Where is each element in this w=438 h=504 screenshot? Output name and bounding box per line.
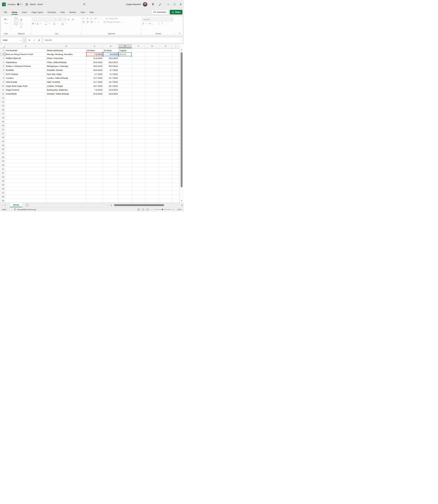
cell-A21[interactable]	[5, 127, 46, 131]
cell-B17[interactable]	[46, 112, 86, 116]
cell-A11[interactable]: Sziget Festival	[5, 88, 46, 92]
row-header-35[interactable]: 35	[0, 183, 5, 187]
cell-G14[interactable]	[145, 100, 159, 104]
cell-F15[interactable]	[132, 104, 145, 108]
cell-F6[interactable]	[132, 68, 145, 72]
cell-C28[interactable]	[86, 155, 103, 159]
cell-I23[interactable]	[172, 136, 179, 139]
zoom-out-button[interactable]: −	[151, 208, 152, 210]
cell-B23[interactable]	[46, 136, 86, 139]
cell-H33[interactable]	[159, 175, 172, 179]
increase-indent-button[interactable]: ⇥	[98, 21, 99, 23]
cell-E32[interactable]	[119, 171, 132, 175]
cell-G29[interactable]	[145, 159, 159, 163]
cell-D39[interactable]	[103, 199, 119, 203]
cell-E38[interactable]	[119, 195, 132, 199]
row-header-31[interactable]: 31	[0, 167, 5, 171]
cell-G10[interactable]	[145, 84, 159, 88]
search-icon[interactable]	[83, 3, 86, 6]
row-header-23[interactable]: 23	[0, 136, 5, 139]
column-header-F[interactable]: F	[132, 44, 145, 48]
cell-E29[interactable]	[119, 159, 132, 163]
cell-G21[interactable]	[145, 127, 159, 131]
cell-B31[interactable]	[46, 167, 86, 171]
user-name[interactable]: Dragan Masulovic	[126, 3, 141, 5]
insert-function-button[interactable]: fx	[38, 39, 40, 42]
cell-H14[interactable]	[159, 100, 172, 104]
cell-G8[interactable]	[145, 76, 159, 80]
cell-H10[interactable]	[159, 84, 172, 88]
cell-A15[interactable]	[5, 104, 46, 108]
cell-I3[interactable]	[172, 56, 179, 60]
cell-F24[interactable]	[132, 139, 145, 143]
cell-B12[interactable]: Dersberi, Velika Britanija	[46, 92, 86, 96]
cell-G31[interactable]	[145, 167, 159, 171]
cell-A10[interactable]: Super Bock Super Rock	[5, 84, 46, 88]
cell-E12[interactable]	[119, 92, 132, 96]
cell-C19[interactable]	[86, 120, 103, 124]
font-size-select[interactable]: 11	[58, 18, 66, 21]
cell-A32[interactable]	[5, 171, 46, 175]
cell-F30[interactable]	[132, 163, 145, 167]
column-header-A[interactable]: A	[5, 44, 46, 48]
align-left-button[interactable]	[83, 21, 85, 23]
cell-D34[interactable]	[103, 179, 119, 183]
cell-C7[interactable]: 4.7.2019	[86, 72, 103, 76]
cell-F28[interactable]	[132, 155, 145, 159]
scroll-down-icon[interactable]: ▼	[179, 200, 184, 202]
cell-I28[interactable]	[172, 155, 179, 159]
cell-B10[interactable]: Lisabon, Portugal	[46, 84, 86, 88]
cell-A16[interactable]	[5, 108, 46, 112]
cell-I25[interactable]	[172, 143, 179, 147]
cell-H22[interactable]	[159, 131, 172, 135]
cell-A7[interactable]: EXIT Festival	[5, 72, 46, 76]
save-icon[interactable]	[25, 3, 28, 6]
row-header-20[interactable]: 20	[0, 124, 5, 127]
cell-C21[interactable]	[86, 127, 103, 131]
row-header-28[interactable]: 28	[0, 155, 5, 159]
cell-A27[interactable]	[5, 151, 46, 155]
cell-G37[interactable]	[145, 191, 159, 195]
cell-H32[interactable]	[159, 171, 172, 175]
row-header-14[interactable]: 14	[0, 100, 5, 104]
cell-H27[interactable]	[159, 151, 172, 155]
cell-G34[interactable]	[145, 179, 159, 183]
cell-D36[interactable]	[103, 187, 119, 191]
cell-C14[interactable]	[86, 100, 103, 104]
cell-B16[interactable]	[46, 108, 86, 112]
cell-G28[interactable]	[145, 155, 159, 159]
cell-B30[interactable]	[46, 163, 86, 167]
scroll-left-icon[interactable]: ◀	[111, 205, 112, 206]
cell-E20[interactable]	[119, 124, 132, 127]
cell-C34[interactable]	[86, 179, 103, 183]
confirm-entry-button[interactable]: ✓	[33, 39, 35, 42]
cell-D20[interactable]	[103, 124, 119, 127]
cut-button[interactable]	[20, 18, 23, 21]
cell-F29[interactable]	[132, 159, 145, 163]
cell-G13[interactable]	[145, 96, 159, 100]
cell-G15[interactable]	[145, 104, 159, 108]
cell-D10[interactable]: 20.7.2019	[103, 84, 119, 88]
cell-I20[interactable]	[172, 124, 179, 127]
cell-C20[interactable]	[86, 124, 103, 127]
cell-B39[interactable]	[46, 199, 86, 203]
zoom-in-button[interactable]: +	[173, 208, 174, 210]
row-header-32[interactable]: 32	[0, 171, 5, 175]
cell-A19[interactable]	[5, 120, 46, 124]
cell-D24[interactable]	[103, 139, 119, 143]
cell-D11[interactable]: 13.8.2019	[103, 88, 119, 92]
cell-F12[interactable]	[132, 92, 145, 96]
cell-E16[interactable]	[119, 108, 132, 112]
cell-H4[interactable]	[159, 60, 172, 64]
cell-G2[interactable]	[145, 52, 159, 56]
cell-I18[interactable]	[172, 116, 179, 120]
cell-F36[interactable]	[132, 187, 145, 191]
row-header-29[interactable]: 29	[0, 159, 5, 163]
cell-B33[interactable]	[46, 175, 86, 179]
bottom-align-button[interactable]	[90, 18, 93, 19]
underline-button[interactable]: U	[37, 23, 39, 25]
premium-gem-icon[interactable]	[152, 3, 154, 6]
cell-E6[interactable]	[119, 68, 132, 72]
row-header-3[interactable]: 3	[0, 56, 5, 60]
cell-H37[interactable]	[159, 191, 172, 195]
